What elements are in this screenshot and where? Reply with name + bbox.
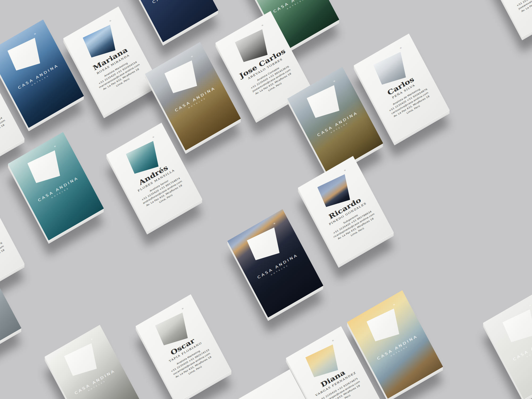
card-front: CASA ANDINA HOTELES bbox=[0, 291, 5, 330]
contact-lines: Analista Contable +51 2235420 +51 991453… bbox=[0, 233, 16, 281]
registered-mark-icon: ® bbox=[109, 19, 112, 22]
registered-mark-icon: ® bbox=[273, 222, 276, 225]
logo-mark bbox=[501, 307, 532, 347]
contact-lines: Analista Contable +51 2235420 +51 991453… bbox=[506, 0, 532, 22]
card-back: Mariana ROSAS MIRANDA Analista Marketing… bbox=[0, 96, 16, 156]
registered-mark-icon: ® bbox=[333, 80, 336, 83]
card-stack: ® CASA ANDINA HOTELES bbox=[227, 209, 323, 318]
business-card: ® CASA ANDINA HOTELES bbox=[8, 132, 104, 240]
registered-mark-icon: ® bbox=[190, 55, 193, 58]
registered-mark-icon: ® bbox=[181, 307, 184, 310]
card-front: CASA ANDINA HOTELES bbox=[143, 0, 202, 12]
logo-mark bbox=[6, 36, 47, 76]
registered-mark-icon: ® bbox=[393, 303, 396, 306]
card-stack: ® Jose Carlos ARÉVALO TORRES Analista Co… bbox=[0, 187, 24, 296]
logo-mark bbox=[26, 148, 66, 188]
registered-mark-icon: ® bbox=[331, 339, 334, 342]
card-stack: ® CASA ANDINA HOTELES bbox=[45, 325, 141, 399]
card-stack: ® CASA ANDINA HOTELES bbox=[483, 291, 532, 399]
card-stack: ® CASA ANDINA HOTELES bbox=[122, 0, 218, 42]
card-stack: ® Ricardo PINEDO GONZALES Subgerente +51… bbox=[298, 156, 394, 264]
registered-mark-icon: ® bbox=[152, 136, 155, 139]
registered-mark-icon: ® bbox=[53, 145, 56, 148]
business-card: ® CASA ANDINA HOTELES bbox=[122, 0, 218, 42]
business-card: ® Jose Carlos ARÉVALO TORRES Analista Co… bbox=[0, 187, 24, 296]
registered-mark-icon: ® bbox=[529, 304, 531, 307]
registered-mark-icon: ® bbox=[261, 24, 264, 27]
business-card: ® Jose Carlos ARÉVALO TORRES Analista Co… bbox=[481, 0, 532, 37]
business-card: ® Ricardo PINEDO GONZALES Subgerente +51… bbox=[298, 156, 394, 264]
card-back: Jose Carlos ARÉVALO TORRES Analista Cont… bbox=[499, 0, 532, 22]
logo-mark bbox=[305, 83, 346, 123]
card-stack: ® CASA ANDINA HOTELES bbox=[8, 132, 104, 240]
registered-mark-icon: ® bbox=[90, 338, 93, 341]
card-back: Jose Carlos ARÉVALO TORRES Analista Cont… bbox=[0, 221, 16, 281]
registered-mark-icon: ® bbox=[34, 32, 36, 35]
business-card: ® CASA ANDINA HOTELES bbox=[227, 209, 323, 318]
contact-lines: Analista Marketing +51 2235420 +51 93245… bbox=[0, 108, 16, 156]
business-card: ® CASA ANDINA HOTELES bbox=[45, 325, 141, 399]
registered-mark-icon: ® bbox=[343, 169, 346, 172]
logo-mark bbox=[246, 225, 286, 265]
business-card: ® CASA ANDINA HOTELES bbox=[483, 291, 532, 399]
logo-mark bbox=[163, 58, 203, 98]
card-stack: ® Oscar TAPIA FLORIANO Analista Marketin… bbox=[136, 294, 232, 399]
brand-subtitle: HOTELES bbox=[0, 296, 5, 330]
registered-mark-icon: ® bbox=[399, 47, 402, 49]
logo-mark bbox=[365, 306, 406, 346]
logo-mark bbox=[63, 341, 103, 381]
card-stack: ® Jose Carlos ARÉVALO TORRES Analista Co… bbox=[481, 0, 532, 37]
business-card: ® Oscar TAPIA FLORIANO Analista Marketin… bbox=[136, 294, 232, 399]
mockup-scene: ® CASA ANDINA HOTELES ® CASA ANDINA HOTE… bbox=[0, 0, 532, 399]
